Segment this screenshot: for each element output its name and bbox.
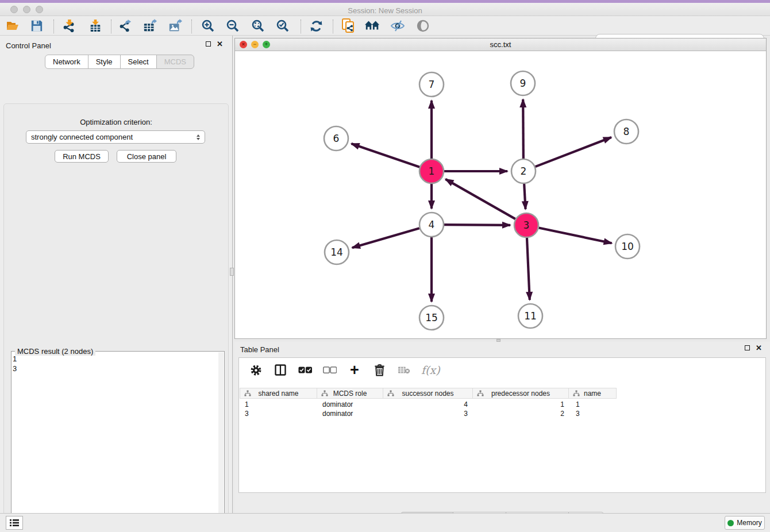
svg-text:3: 3 — [523, 219, 530, 231]
add-column-icon[interactable]: + — [347, 363, 362, 377]
refresh-layout-icon[interactable] — [308, 18, 324, 34]
table-row-1[interactable]: 1dominator411 — [240, 400, 619, 409]
column-header-predecessor-nodes[interactable]: predecessor nodes — [472, 388, 569, 399]
graph-edge-2-9[interactable] — [523, 99, 523, 159]
graph-edge-2-3[interactable] — [524, 184, 525, 209]
control-panel-title: Control Panel — [6, 41, 51, 50]
table-cell[interactable]: dominator — [318, 409, 384, 418]
result-line: 3 — [13, 364, 17, 373]
column-header-shared-name[interactable]: shared name — [240, 388, 317, 399]
task-history-button[interactable] — [6, 516, 23, 530]
graph-edge-4-14[interactable] — [352, 228, 419, 248]
graph-edge-3-10[interactable] — [539, 228, 612, 244]
close-panel-button[interactable]: Close panel — [117, 150, 176, 163]
graph-node-4[interactable]: 4 — [419, 213, 444, 237]
mcds-result-box: MCDS result (2 nodes) 1 3 — [11, 351, 225, 532]
graph-edge-2-8[interactable] — [536, 137, 611, 167]
zoom-selected-icon[interactable] — [275, 18, 291, 34]
table-container: + f(x) shared nameMCDS rolesuccessor nod… — [238, 357, 766, 493]
toolbar-separator — [191, 20, 192, 33]
mcds-result-title: MCDS result (2 nodes) — [15, 347, 95, 356]
graph-node-3[interactable]: 3 — [514, 213, 538, 237]
table-cell[interactable]: 3 — [384, 409, 475, 418]
column-header-MCDS-role[interactable]: MCDS role — [317, 388, 383, 399]
toolbar-separator — [333, 20, 333, 33]
table-cell[interactable]: 3 — [571, 409, 619, 418]
graph-edge-3-1[interactable] — [445, 179, 515, 219]
network-view-window: × − + scc.txt 7968124314101511 — [234, 38, 767, 339]
table-toolbar: + f(x) — [239, 358, 765, 382]
table-row-3[interactable]: 3dominator323 — [240, 409, 619, 418]
column-header-name[interactable]: name — [568, 388, 617, 399]
export-table-icon[interactable] — [142, 18, 158, 34]
criterion-select[interactable]: strongly connected component — [26, 130, 205, 144]
select-all-icon[interactable] — [298, 363, 313, 377]
graph-node-14[interactable]: 14 — [325, 240, 349, 264]
app-titlebar: Session: New Session — [0, 3, 770, 16]
network-window-titlebar[interactable]: × − + scc.txt — [235, 38, 766, 51]
graph-node-9[interactable]: 9 — [511, 71, 535, 95]
graph-node-11[interactable]: 11 — [518, 304, 542, 328]
tab-select[interactable]: Select — [120, 55, 157, 69]
select-spinner-icon — [197, 134, 200, 140]
result-scrollbar[interactable] — [218, 352, 224, 532]
copy-network-icon[interactable] — [340, 18, 356, 34]
tab-network[interactable]: Network — [45, 55, 88, 69]
table-cell[interactable]: dominator — [318, 400, 384, 409]
graph-node-15[interactable]: 15 — [419, 306, 444, 330]
save-session-icon[interactable] — [29, 18, 45, 34]
hide-graphics-icon[interactable] — [390, 18, 406, 34]
svg-text:7: 7 — [429, 79, 435, 90]
show-all-networks-icon[interactable] — [364, 18, 380, 34]
show-graphics-icon[interactable] — [415, 18, 431, 34]
run-mcds-button[interactable]: Run MCDS — [55, 150, 109, 163]
export-image-icon[interactable] — [167, 18, 183, 34]
svg-text:4: 4 — [429, 219, 435, 230]
network-canvas[interactable]: 7968124314101511 — [235, 51, 766, 338]
column-header-successor-nodes[interactable]: successor nodes — [383, 388, 473, 399]
zoom-fit-icon[interactable] — [250, 18, 266, 34]
main-toolbar — [0, 16, 770, 36]
table-cell[interactable]: 1 — [240, 400, 318, 409]
graph-node-8[interactable]: 8 — [614, 119, 638, 144]
table-cell[interactable]: 2 — [475, 409, 571, 418]
deselect-all-icon[interactable] — [322, 363, 337, 377]
graph-edge-4-3[interactable] — [444, 225, 510, 225]
zoom-in-icon[interactable] — [200, 18, 216, 34]
criterion-value: strongly connected component — [31, 133, 133, 141]
close-panel-icon[interactable]: ✕ — [217, 41, 223, 47]
open-session-icon[interactable] — [5, 18, 21, 34]
gear-icon[interactable] — [248, 363, 263, 377]
toolbar-separator — [301, 20, 301, 33]
zoom-out-icon[interactable] — [225, 18, 241, 34]
control-panel: Control Panel ✕ NetworkStyleSelectMCDS O… — [0, 36, 233, 513]
graph-node-10[interactable]: 10 — [615, 234, 640, 259]
graph-node-7[interactable]: 7 — [419, 72, 444, 97]
memory-button[interactable]: Memory — [725, 516, 765, 530]
graph-edge-1-6[interactable] — [351, 144, 419, 167]
mcds-result-text[interactable]: 1 3 — [13, 354, 17, 373]
svg-text:1: 1 — [429, 165, 435, 177]
graph-node-1[interactable]: 1 — [419, 159, 444, 183]
import-table-icon[interactable] — [87, 18, 103, 34]
tab-mcds[interactable]: MCDS — [156, 55, 194, 69]
table-cell[interactable]: 1 — [475, 400, 571, 409]
graph-edge-3-11[interactable] — [527, 238, 530, 300]
svg-text:11: 11 — [524, 310, 537, 322]
export-network-icon[interactable] — [117, 18, 133, 34]
float-panel-icon[interactable] — [206, 41, 211, 47]
import-network-icon[interactable] — [61, 18, 77, 34]
window-title: Session: New Session — [0, 6, 770, 15]
delete-column-icon[interactable] — [372, 363, 387, 377]
table-cell[interactable]: 3 — [240, 409, 318, 418]
table-cell[interactable]: 1 — [571, 400, 619, 409]
graph-node-6[interactable]: 6 — [324, 126, 348, 151]
float-table-panel-icon[interactable] — [745, 345, 750, 350]
graph-node-2[interactable]: 2 — [511, 159, 536, 183]
memory-label: Memory — [737, 519, 761, 527]
tab-style[interactable]: Style — [88, 55, 121, 69]
close-table-panel-icon[interactable]: ✕ — [756, 345, 762, 350]
vertical-splitter-grip[interactable] — [230, 268, 234, 276]
split-panel-icon[interactable] — [273, 363, 288, 377]
table-cell[interactable]: 4 — [384, 400, 475, 409]
